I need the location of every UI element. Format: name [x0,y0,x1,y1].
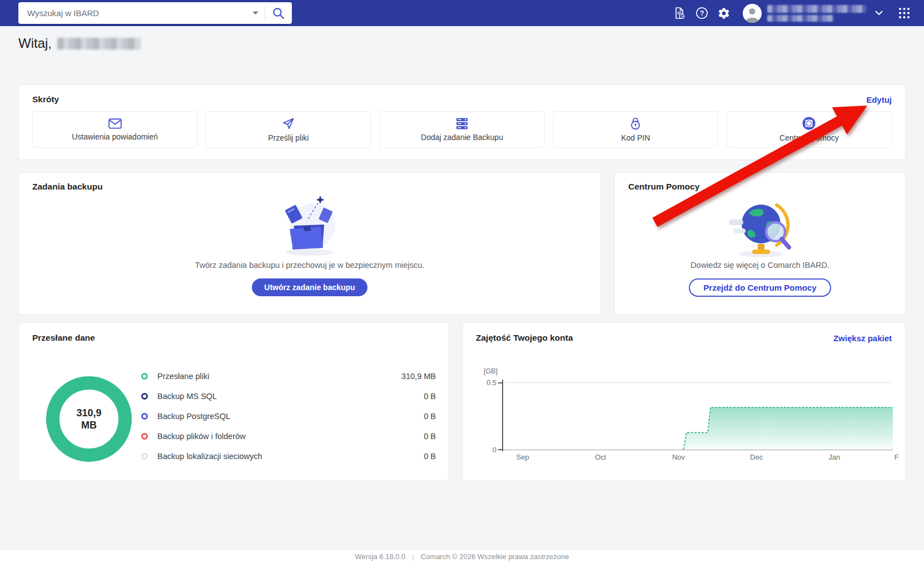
legend-label: Backup MS SQL [157,392,217,401]
help-button[interactable]: ? [690,2,713,24]
reports-button[interactable] [668,2,690,24]
help-center-title: Centrum Pomocy [628,182,699,191]
legend-dot [141,453,148,460]
shortcut-label: Centrum pomocy [779,133,839,142]
footer: Wersja 6.18.0.0 | Comarch © 2026 Wszelki… [0,550,924,563]
topbar-icon-cluster: ? [668,0,924,26]
greeting-text: Witaj, [18,36,52,51]
usage-area [503,407,893,450]
account-usage-title: Zajętość Twojego konta [476,333,573,343]
search-button[interactable] [265,2,292,24]
shortcut-add-backup-task[interactable]: Dodaj zadanie Backupu [379,111,544,148]
donut-total-value: 310,9 MB [76,407,101,432]
caret-down-icon [252,11,259,15]
y-tick-mark [498,382,502,383]
usage-chart: 0.5 0 SepOctNovDe [503,382,898,450]
settings-button[interactable] [713,2,735,24]
help-center-panel: Centrum Pomocy Dowiedz si [614,172,906,315]
x-tick-label: Jan [828,453,840,461]
edit-shortcuts-link[interactable]: Edytuj [866,95,892,104]
x-tick-label: Nov [672,453,685,461]
create-backup-task-button[interactable]: Utwórz zadanie backupu [252,278,367,296]
backup-tasks-panel: Zadania backupu Twórz zadania backupu i … [18,172,601,315]
legend-dot [141,393,148,400]
chevron-down-icon [875,11,883,16]
legend-row: Backup MS SQL 0 B [141,386,436,406]
y-tick-label: 0 [480,446,496,454]
account-chevron[interactable] [875,11,883,16]
y-tick-mark [498,449,502,450]
envelope-icon [108,118,122,129]
user-company-redacted [767,15,834,22]
legend-dot [141,373,148,380]
legend-dot [141,413,148,420]
x-axis-labels: SepOctNovDecJanFeb [503,453,898,463]
y-axis-unit: [GB] [484,367,498,375]
search-box [18,2,292,24]
shortcut-label: Ustawienia powiadomień [72,132,158,141]
user-name-redacted [767,5,866,13]
shortcut-cards: Ustawienia powiadomień Prześlij pliki [32,111,892,148]
search-icon [272,7,285,19]
x-axis-line [503,450,893,450]
shortcut-notifications[interactable]: Ustawienia powiadomień [32,111,197,148]
shortcuts-title: Skróty [32,94,59,104]
help-center-description: Dowiedz się więcej o Comarch IBARD. [690,261,829,270]
backup-folder-illustration [271,193,349,258]
search-input[interactable] [18,8,246,18]
legend-dot [141,433,148,440]
x-tick-label: Oct [595,453,606,461]
y-tick-label: 0.5 [480,378,496,387]
legend-value: 0 B [424,412,436,421]
go-to-help-center-button[interactable]: Przejdź do Centrum Pomocy [689,278,831,297]
svg-text:?: ? [699,9,704,17]
help-icon: ? [696,7,708,19]
x-tick-label: Sep [516,453,529,461]
shortcut-help-center[interactable]: Centrum pomocy [727,111,892,148]
account-usage-panel: Zajętość Twojego konta Zwiększ pakiet [G… [462,322,906,481]
lifebuoy-icon [802,117,816,130]
legend-value: 0 B [424,392,436,401]
top-bar: ? [0,0,924,26]
shortcut-label: Kod PIN [621,133,650,142]
send-icon [282,117,295,130]
footer-divider: | [412,552,414,561]
donut-ring: 310,9 MB [46,376,132,462]
ibard-dashboard: ? [0,0,924,563]
legend-label: Backup lokalizacji sieciowych [157,452,262,461]
greeting-heading: Witaj, [18,36,141,51]
legend-label: Backup plików i folderów [157,432,246,441]
legend-label: Przesłane pliki [157,372,210,381]
gear-icon [717,7,731,20]
legend-value: 0 B [424,452,436,461]
greeting-name-redacted [57,38,141,49]
usage-area-chart-svg [503,382,898,450]
uploaded-data-title: Przesłane dane [32,333,95,342]
x-tick-label: Dec [750,453,763,461]
increase-plan-link[interactable]: Zwiększ pakiet [833,333,892,343]
user-account-menu[interactable] [767,5,866,22]
x-tick-label: Feb [895,453,898,461]
donut-legend: Przesłane pliki 310,9 MB Backup MS SQL 0… [141,366,436,466]
backup-tasks-title: Zadania backupu [32,182,103,191]
legend-row: Backup lokalizacji sieciowych 0 B [141,446,436,466]
avatar[interactable] [743,4,762,23]
shortcuts-panel: Skróty Edytuj Ustawienia powiadomień Prz… [18,84,906,160]
report-icon [673,7,686,20]
apps-grid-icon [898,7,910,19]
shortcut-pin-code[interactable]: Kod PIN [553,111,718,148]
lock-icon [630,117,641,130]
legend-value: 0 B [424,432,436,441]
server-icon [456,118,468,129]
footer-copyright: Comarch © 2026 Wszelkie prawa zastrzeżon… [421,552,569,561]
apps-launcher-button[interactable] [893,2,915,24]
legend-value: 310,9 MB [401,372,436,381]
globe-illustration [721,193,799,258]
search-scope-dropdown[interactable] [246,11,265,15]
shortcut-upload-files[interactable]: Prześlij pliki [206,111,371,148]
avatar-person-icon [743,4,762,23]
shortcut-label: Dodaj zadanie Backupu [421,133,503,142]
uploaded-data-panel: Przesłane dane 310,9 MB Przesłane pliki … [18,322,449,481]
footer-version: Wersja 6.18.0.0 [355,552,405,561]
legend-row: Backup PostgreSQL 0 B [141,406,436,426]
